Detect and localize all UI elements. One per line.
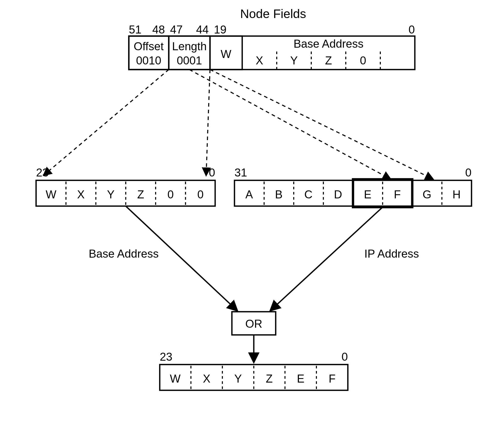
top-bit-44: 44 [196,23,209,36]
left-c5: 0 [197,188,204,201]
offset-value: 0010 [136,54,161,67]
top-bit-51: 51 [129,23,141,36]
res-c4: E [297,372,304,385]
dash-arrow-to-e [189,70,390,179]
right-c1: B [275,188,282,201]
base-address-label-top: Base Address [293,37,364,50]
top-base-0: X [256,54,263,67]
top-bit-47: 47 [170,23,183,36]
ip-address-caption: IP Address [364,247,419,260]
right-c7: H [452,188,461,201]
res-c1: X [203,372,210,385]
top-bit-0: 0 [409,23,415,36]
top-bit-48: 48 [152,23,165,36]
diagram-canvas: Node Fields 51 48 47 44 19 0 Offset 0010… [0,0,496,448]
res-c0: W [170,372,181,385]
or-label: OR [245,317,262,330]
right-bit-0: 0 [465,166,472,179]
res-c5: F [329,372,336,385]
right-c2: C [304,188,313,201]
dash-arrow-to-f [210,70,433,179]
right-c3: D [334,188,342,201]
top-bit-19: 19 [214,23,226,36]
top-base-1: Y [290,54,298,67]
length-label: Length [172,40,207,53]
dash-arrow-length-left [206,70,210,175]
right-c6: G [423,188,431,201]
right-c0: A [245,188,253,201]
top-w: W [221,48,231,60]
left-bit-23: 23 [36,166,49,179]
right-c4: E [364,188,371,201]
top-base-3: 0 [360,54,366,67]
result-bit-0: 0 [342,350,348,363]
offset-label: Offset [134,40,164,53]
left-c0: W [46,188,56,201]
left-bit-0: 0 [209,166,215,179]
title: Node Fields [240,7,306,21]
res-c2: Y [234,372,242,385]
right-c5: F [394,188,401,201]
left-c1: X [77,188,85,201]
left-c4: 0 [167,188,174,201]
top-box [129,36,415,70]
top-base-2: Z [325,54,332,67]
res-c3: Z [266,372,273,385]
base-address-caption: Base Address [89,247,159,260]
dash-arrow-offset-left [44,70,169,175]
left-c3: Z [137,188,144,201]
left-c2: Y [107,188,114,201]
length-value: 0001 [177,54,202,67]
right-bit-31: 31 [234,166,247,179]
result-bit-23: 23 [160,350,172,363]
